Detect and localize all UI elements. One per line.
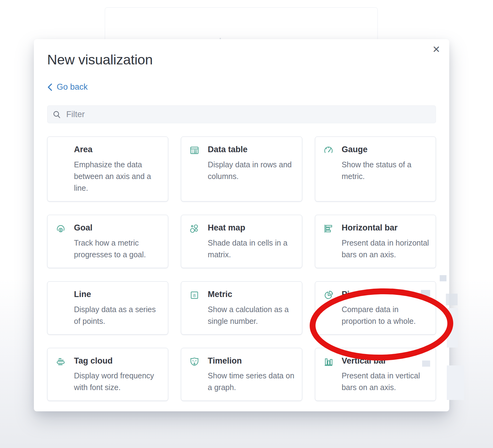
- close-button[interactable]: ✕: [430, 43, 442, 56]
- line-chart-icon: [55, 290, 67, 327]
- gauge-icon: [323, 145, 334, 194]
- page-background: ✕ New visualization Go back Area Emphasi…: [0, 0, 493, 448]
- vis-card-title: Heat map: [208, 223, 297, 233]
- vis-card-vertical-bar[interactable]: Vertical bar Present data in vertical ba…: [315, 348, 436, 401]
- vis-card-title: Line: [74, 290, 163, 299]
- vis-card-title: Goal: [74, 223, 163, 233]
- vis-card-tag-cloud[interactable]: Tag cloud Display word frequency with fo…: [47, 348, 168, 401]
- vis-card-title: Horizontal bar: [342, 223, 431, 233]
- vis-card-title: Area: [74, 145, 163, 155]
- goal-icon: 8: [55, 223, 67, 260]
- horizontal-bar-icon: [323, 223, 334, 260]
- vis-card-title: Timelion: [208, 356, 297, 366]
- vis-card-pie[interactable]: Pie Compare data in proportion to a whol…: [315, 281, 436, 335]
- chevron-left-icon: [47, 83, 53, 91]
- vis-card-description: Display data in rows and columns.: [208, 159, 297, 182]
- vis-card-heat-map[interactable]: Heat map Shade data in cells in a matrix…: [181, 215, 302, 268]
- pie-chart-icon: [323, 290, 334, 327]
- vis-grid: Area Emphasize the data between an axis …: [47, 136, 436, 401]
- vis-card-timelion[interactable]: Timelion Show time series data on a grap…: [181, 348, 302, 401]
- data-table-icon: [189, 145, 200, 194]
- vis-card-gauge[interactable]: Gauge Show the status of a metric.: [315, 136, 436, 202]
- tag-cloud-icon: [55, 356, 67, 393]
- vis-card-area[interactable]: Area Emphasize the data between an axis …: [47, 136, 168, 202]
- modal-title: New visualization: [47, 51, 436, 68]
- vis-card-description: Compare data in proportion to a whole.: [342, 303, 431, 327]
- vis-card-description: Show time series data on a graph.: [208, 370, 297, 393]
- vis-card-description: Show a calculation as a single number.: [208, 303, 297, 327]
- vis-card-title: Vertical bar: [342, 356, 431, 366]
- vis-card-description: Track how a metric progresses to a goal.: [74, 237, 163, 260]
- svg-text:8: 8: [193, 293, 196, 298]
- heat-map-icon: [189, 223, 200, 260]
- vis-card-description: Show the status of a metric.: [342, 159, 431, 182]
- vis-card-title: Gauge: [342, 145, 431, 155]
- vis-card-data-table[interactable]: Data table Display data in rows and colu…: [181, 136, 302, 202]
- vis-card-title: Tag cloud: [74, 356, 163, 366]
- vertical-bar-icon: [323, 356, 334, 393]
- vis-card-horizontal-bar[interactable]: Horizontal bar Present data in horizonta…: [315, 215, 436, 268]
- vis-card-description: Display data as a series of points.: [74, 303, 163, 327]
- filter-search-box: [47, 105, 436, 123]
- vis-card-description: Present data in horizontal bars on an ax…: [342, 237, 431, 260]
- background-watermark: [447, 365, 464, 400]
- vis-card-title: Pie: [342, 290, 431, 299]
- area-chart-icon: [55, 145, 67, 194]
- vis-card-goal[interactable]: 8 Goal Track how a metric progresses to …: [47, 215, 168, 268]
- vis-card-title: Metric: [208, 290, 297, 299]
- vis-card-metric[interactable]: 8 Metric Show a calculation as a single …: [181, 281, 302, 335]
- filter-input[interactable]: [66, 109, 430, 120]
- vis-card-line[interactable]: Line Display data as a series of points.: [47, 281, 168, 335]
- vis-card-title: Data table: [208, 145, 297, 155]
- svg-text:8: 8: [60, 228, 62, 232]
- new-visualization-modal: ✕ New visualization Go back Area Emphasi…: [34, 39, 449, 411]
- close-icon: ✕: [432, 44, 440, 55]
- search-icon: [53, 110, 61, 119]
- vis-card-description: Display word frequency with font size.: [74, 370, 163, 393]
- go-back-label: Go back: [57, 82, 88, 92]
- vis-card-description: Present data in vertical bars on an axis…: [342, 370, 431, 393]
- metric-icon: 8: [189, 290, 200, 327]
- go-back-link[interactable]: Go back: [47, 82, 88, 92]
- timelion-icon: [189, 356, 200, 393]
- vis-card-description: Shade data in cells in a matrix.: [208, 237, 297, 260]
- vis-card-description: Emphasize the data between an axis and a…: [74, 159, 163, 194]
